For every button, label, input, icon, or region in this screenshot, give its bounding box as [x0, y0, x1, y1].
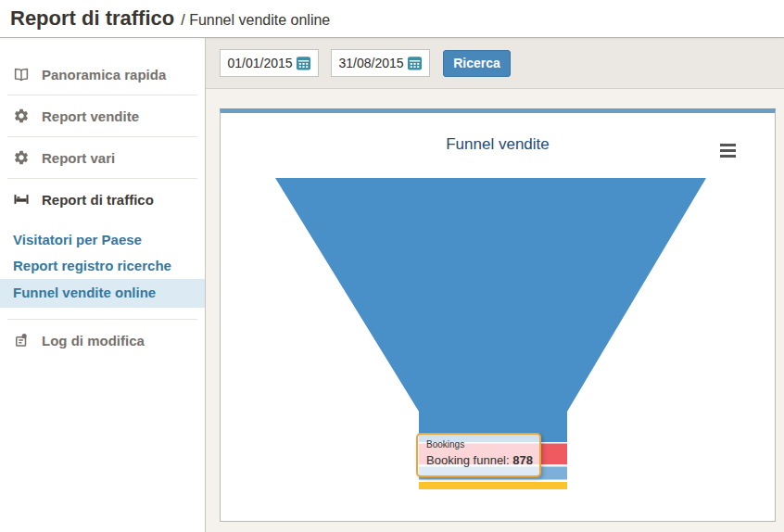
search-button[interactable]: Ricerca	[443, 50, 511, 77]
date-from-input[interactable]: 01/01/2015	[220, 49, 319, 77]
sidebar-sublist: Visitatori per Paese Report registro ric…	[0, 220, 205, 319]
funnel-chart-panel: Funnel vendite Bookings Booking funnel: …	[220, 108, 776, 522]
sidebar-item-report-di-traffico[interactable]: Report di traffico	[0, 179, 205, 220]
book-icon	[13, 66, 30, 82]
date-to-input[interactable]: 31/08/2015	[331, 49, 430, 77]
chart-tooltip: Bookings Booking funnel: 878	[416, 433, 541, 477]
tooltip-point-value: 878	[512, 453, 533, 467]
funnel-segment-1	[275, 178, 706, 442]
tooltip-series-name: Bookings	[426, 439, 531, 450]
funnel-segment-4	[419, 482, 567, 489]
gear-icon	[13, 108, 30, 124]
content-area: 01/01/2015 31/08/2015	[206, 38, 784, 532]
main-layout: Panoramica rapida Report vendite Report …	[0, 38, 784, 532]
sidebar-item-label: Report vendite	[42, 108, 139, 124]
chart-area: Funnel vendite Bookings Booking funnel: …	[206, 89, 784, 532]
toolbar: 01/01/2015 31/08/2015	[206, 38, 784, 89]
tooltip-point-label: Booking funnel	[426, 453, 506, 467]
sidebar-item-label: Report vari	[42, 150, 115, 166]
calendar-icon[interactable]	[296, 56, 311, 70]
date-to-value: 31/08/2015	[338, 56, 403, 70]
calendar-icon[interactable]	[407, 56, 423, 70]
sidebar-item-report-vari[interactable]: Report vari	[0, 137, 205, 178]
sidebar-item-label: Panoramica rapida	[42, 67, 166, 82]
sidebar-item-label: Log di modifica	[42, 333, 145, 348]
page-header: Report di traffico / Funnel vendite onli…	[0, 0, 784, 38]
log-icon	[13, 332, 30, 348]
breadcrumb: / Funnel vendite online	[181, 9, 330, 29]
sidebar-item-log-di-modifica[interactable]: Log di modifica	[0, 320, 205, 361]
date-from-value: 01/01/2015	[227, 56, 292, 70]
sidebar-item-panoramica-rapida[interactable]: Panoramica rapida	[0, 54, 205, 95]
sidebar-item-report-registro-ricerche[interactable]: Report registro ricerche	[0, 253, 205, 279]
sidebar: Panoramica rapida Report vendite Report …	[0, 38, 206, 532]
tooltip-point: Booking funnel: 878	[426, 453, 531, 467]
gear-icon	[13, 149, 30, 166]
sidebar-item-funnel-vendite-online[interactable]: Funnel vendite online	[0, 279, 205, 308]
sidebar-item-report-vendite[interactable]: Report vendite	[0, 95, 205, 136]
page-title: Report di traffico	[10, 6, 174, 31]
sidebar-item-visitatori-per-paese[interactable]: Visitatori per Paese	[0, 227, 205, 253]
sidebar-item-label: Report di traffico	[42, 192, 154, 208]
bed-icon	[13, 191, 30, 208]
